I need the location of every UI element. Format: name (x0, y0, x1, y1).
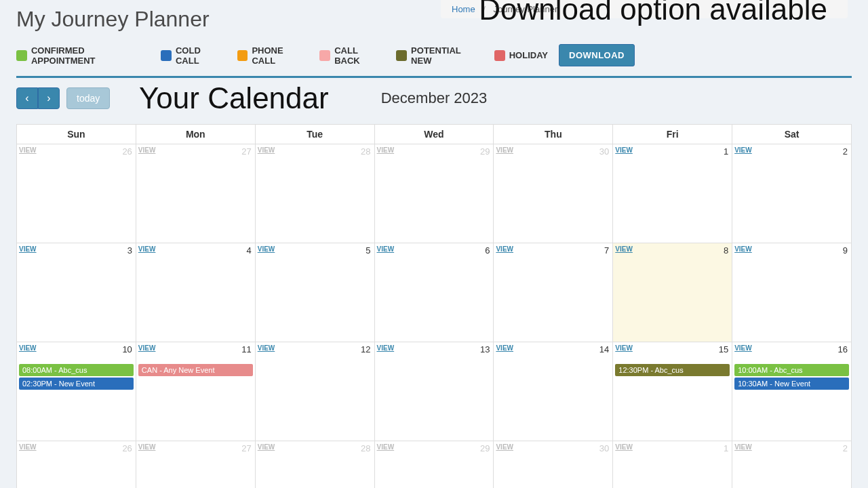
view-link[interactable]: VIEW (734, 146, 752, 154)
download-button[interactable]: DOWNLOAD (559, 44, 635, 66)
calendar-cell[interactable]: VIEW4 (136, 243, 256, 342)
prev-button[interactable]: ‹ (16, 87, 38, 109)
legend-swatch (237, 50, 248, 61)
calendar-cell[interactable]: VIEW27 (136, 441, 256, 488)
calendar-cell[interactable]: VIEW28 (256, 441, 375, 488)
calendar-cell[interactable]: VIEW12 (256, 342, 375, 441)
day-number: 29 (480, 146, 490, 157)
day-number: 6 (485, 245, 490, 256)
month-label: December 2023 (381, 89, 488, 107)
view-link[interactable]: VIEW (734, 344, 752, 352)
view-link[interactable]: VIEW (496, 146, 513, 154)
view-link[interactable]: VIEW (138, 344, 156, 352)
calendar-event[interactable]: 02:30PM - New Event (19, 378, 134, 390)
breadcrumb: Home / Journey Planner (441, 0, 848, 18)
calendar-cell[interactable]: VIEW30 (494, 144, 613, 243)
calendar-event[interactable]: 10:30AM - New Event (734, 378, 849, 390)
view-link[interactable]: VIEW (258, 245, 275, 253)
calendar-cell[interactable]: VIEW29 (375, 441, 494, 488)
today-button[interactable]: today (66, 87, 110, 109)
breadcrumb-home[interactable]: Home (452, 4, 475, 14)
day-number: 11 (241, 344, 251, 354)
view-link[interactable]: VIEW (734, 443, 752, 451)
view-link[interactable]: VIEW (19, 344, 37, 352)
legend-item: PHONE CALL (237, 45, 309, 66)
legend-item: HOLIDAY (494, 50, 548, 61)
day-number: 12 (361, 344, 370, 354)
legend-item: CALL BACK (319, 45, 385, 66)
calendar-cell[interactable]: VIEW2 (732, 144, 852, 243)
day-header: Mon (136, 125, 256, 144)
view-link[interactable]: VIEW (377, 344, 395, 352)
view-link[interactable]: VIEW (19, 245, 37, 253)
view-link[interactable]: VIEW (615, 146, 633, 154)
next-button[interactable]: › (38, 87, 60, 109)
view-link[interactable]: VIEW (377, 146, 395, 154)
calendar-event[interactable]: 10:00AM - Abc_cus (734, 364, 849, 376)
chevron-right-icon: › (47, 92, 50, 104)
calendar-row: VIEW1008:00AM - Abc_cus02:30PM - New Eve… (17, 342, 852, 441)
breadcrumb-current: Journey Planner (494, 4, 558, 14)
calendar-cell[interactable]: VIEW29 (375, 144, 494, 243)
day-header: Thu (494, 125, 613, 144)
day-number: 16 (838, 344, 848, 354)
calendar-event[interactable]: 12:30PM - Abc_cus (615, 364, 730, 376)
legend-label: CALL BACK (334, 45, 385, 66)
calendar-cell[interactable]: VIEW1 (613, 144, 732, 243)
calendar-cell[interactable]: VIEW26 (17, 441, 136, 488)
day-header: Tue (256, 125, 375, 144)
legend-item: CONFIRMED APPOINTMENT (16, 45, 150, 66)
day-header: Fri (613, 125, 732, 144)
day-number: 2 (843, 146, 848, 157)
view-link[interactable]: VIEW (258, 146, 275, 154)
calendar-cell[interactable]: VIEW30 (494, 441, 613, 488)
view-link[interactable]: VIEW (496, 245, 513, 253)
view-link[interactable]: VIEW (496, 344, 513, 352)
view-link[interactable]: VIEW (615, 245, 633, 253)
view-link[interactable]: VIEW (19, 146, 37, 154)
view-link[interactable]: VIEW (138, 146, 156, 154)
calendar-cell[interactable]: VIEW9 (732, 243, 852, 342)
view-link[interactable]: VIEW (615, 344, 633, 352)
view-link[interactable]: VIEW (734, 245, 752, 253)
calendar-row: VIEW3VIEW4VIEW5VIEW6VIEW7VIEW8VIEW9 (17, 243, 852, 342)
day-number: 15 (719, 344, 728, 354)
calendar-cell[interactable]: VIEW14 (494, 342, 613, 441)
legend-item: COLD CALL (161, 45, 226, 66)
view-link[interactable]: VIEW (377, 245, 395, 253)
calendar-event[interactable]: CAN - Any New Event (138, 364, 253, 376)
view-link[interactable]: VIEW (615, 443, 633, 451)
calendar-cell[interactable]: VIEW26 (17, 144, 136, 243)
day-number: 4 (246, 245, 251, 256)
calendar-cell[interactable]: VIEW2 (732, 441, 852, 488)
view-link[interactable]: VIEW (138, 245, 156, 253)
calendar-cell[interactable]: VIEW11CAN - Any New Event (136, 342, 256, 441)
view-link[interactable]: VIEW (258, 443, 275, 451)
day-number: 27 (241, 146, 251, 157)
calendar-cell[interactable]: VIEW7 (494, 243, 613, 342)
calendar-cell[interactable]: VIEW1512:30PM - Abc_cus (613, 342, 732, 441)
calendar-cell[interactable]: VIEW28 (256, 144, 375, 243)
view-link[interactable]: VIEW (138, 443, 156, 451)
calendar-cell[interactable]: VIEW5 (256, 243, 375, 342)
calendar-cell[interactable]: VIEW1 (613, 441, 732, 488)
view-link[interactable]: VIEW (377, 443, 395, 451)
day-number: 1 (724, 443, 728, 453)
day-number: 14 (599, 344, 609, 354)
calendar-cell[interactable]: VIEW6 (375, 243, 494, 342)
view-link[interactable]: VIEW (496, 443, 513, 451)
day-number: 9 (843, 245, 848, 256)
calendar-cell[interactable]: VIEW3 (17, 243, 136, 342)
legend-swatch (396, 50, 407, 61)
day-number: 27 (241, 443, 251, 453)
calendar-cell[interactable]: VIEW1008:00AM - Abc_cus02:30PM - New Eve… (17, 342, 136, 441)
calendar-cell[interactable]: VIEW1610:00AM - Abc_cus10:30AM - New Eve… (732, 342, 852, 441)
view-link[interactable]: VIEW (258, 344, 275, 352)
calendar-event[interactable]: 08:00AM - Abc_cus (19, 364, 134, 376)
view-link[interactable]: VIEW (19, 443, 37, 451)
calendar-cell[interactable]: VIEW13 (375, 342, 494, 441)
calendar-cell[interactable]: VIEW8 (613, 243, 732, 342)
calendar-cell[interactable]: VIEW27 (136, 144, 256, 243)
day-number: 2 (843, 443, 848, 453)
day-number: 26 (122, 443, 132, 453)
